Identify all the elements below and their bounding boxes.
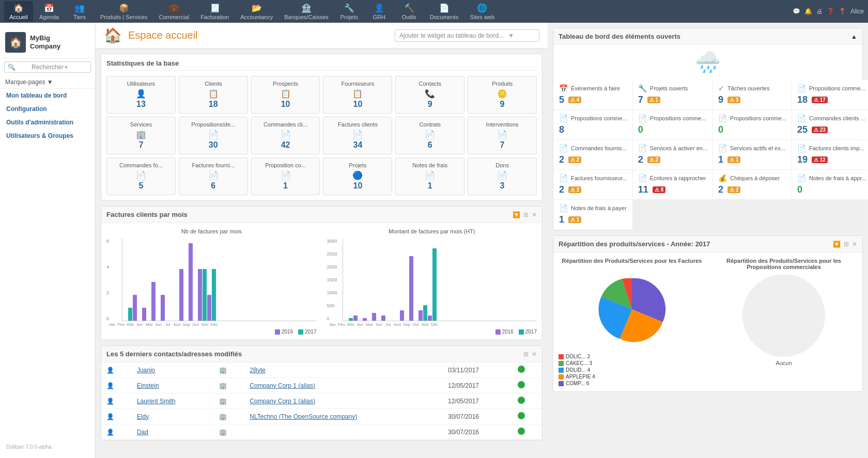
stat-card-proposition-commerciale[interactable]: Proposition co... 📄 1 <box>251 157 320 195</box>
search-box[interactable]: 🔍 Rechercher ▼ <box>4 61 91 73</box>
stat-card-interventions[interactable]: Interventions 📄 7 <box>468 117 537 154</box>
contact-name-link[interactable]: Dad <box>137 429 148 436</box>
pie-close-icon[interactable]: ✕ <box>852 241 857 248</box>
nav-projets[interactable]: 🔧 Projets <box>335 1 364 22</box>
widget-placeholder: Ajouter le widget au tableau de bord... <box>399 32 504 39</box>
nav-documents[interactable]: 📄 Documents <box>425 1 464 22</box>
logo-text: MyBigCompany <box>30 34 60 50</box>
stat-card-fournisseurs[interactable]: Fournisseurs 📋 10 <box>323 76 392 114</box>
stat-label-factures-clients: Factures clients <box>327 121 389 128</box>
sidebar-item-mon-tableau[interactable]: Mon tableau de bord <box>0 89 95 102</box>
topnav-right: 💬 🔔 🖨 ❓ 📍 Alice <box>793 8 864 15</box>
stat-card-factures-clients[interactable]: Factures clients 📄 34 <box>323 117 392 154</box>
nav-sites[interactable]: 🌐 Sites web <box>464 1 500 22</box>
dashboard-card-factures-clients-imp[interactable]: 📄 Factures clients imp... 19 ⚠ 12 <box>792 140 868 169</box>
chart-filter-icon[interactable]: 🔽 <box>513 211 520 218</box>
pie-filter-icon[interactable]: 🔽 <box>833 241 841 248</box>
amount-label-2: Mar <box>347 322 355 327</box>
stat-card-notes-frais[interactable]: Notes de frais 📄 1 <box>395 157 464 195</box>
contact-company-link[interactable]: 2Byte <box>250 367 266 374</box>
stat-card-clients[interactable]: Clients 📋 18 <box>179 76 248 114</box>
nav-facturation[interactable]: 🧾 Facturation <box>195 1 234 22</box>
card-body-propositions-4: 0 <box>718 124 786 135</box>
contact-name-link[interactable]: Eldy <box>137 413 149 420</box>
nav-accueil-label: Accueil <box>9 14 27 20</box>
nav-accueil[interactable]: 🏠 Accueil <box>4 1 33 22</box>
nav-commercial[interactable]: 💼 Commercial <box>153 1 194 22</box>
table-row: 👤 Dad 🏢 30/07/2016 <box>101 424 542 440</box>
stat-card-services[interactable]: Services 🏢 7 <box>106 117 176 154</box>
dashboard-card-factures-fournisseurs-1[interactable]: 📄 Factures fournisseur... 2 ⚠ 2 <box>554 170 632 199</box>
contact-name-link[interactable]: Einstein <box>137 382 159 389</box>
stat-card-utilisateurs[interactable]: Utilisateurs 👤 13 <box>106 76 176 114</box>
nav-tiers[interactable]: 👥 Tiers <box>65 1 94 22</box>
card-header-propositions-3: 📄 Propositions comme... <box>638 114 707 122</box>
user-avatar[interactable]: 📍 <box>839 8 846 15</box>
nav-accountancy[interactable]: 📂 Accountancy <box>235 1 278 22</box>
dashboard-collapse-icon[interactable]: ▲ <box>851 33 857 40</box>
nav-agenda[interactable]: 📅 Agenda <box>34 1 64 22</box>
dashboard-card-propositions-3[interactable]: 📄 Propositions comme... 0 <box>633 110 712 139</box>
stat-card-factures-fournisseurs[interactable]: Factures fourni... 📄 6 <box>179 157 248 195</box>
nav-outils[interactable]: 🔨 Outils <box>395 1 424 22</box>
pie-grid-icon[interactable]: ⊞ <box>844 241 849 248</box>
dashboard-card-notes-frais-payer[interactable]: 📄 Notes de frais à payer 1 ⚠ 1 <box>554 200 632 229</box>
contact-company-link[interactable]: Company Corp 1 (alias) <box>250 398 315 405</box>
dashboard-card-propositions-1[interactable]: 📄 Propositions comme... 18 ⚠ 17 <box>792 80 868 109</box>
nav-produits[interactable]: 📦 Produits | Services <box>95 1 153 22</box>
sidebar-item-outils-admin[interactable]: Outils d'administration <box>0 116 95 129</box>
card-title-propositions-4: Propositions comme... <box>730 115 786 121</box>
contact-name-link[interactable]: Laurent Smith <box>137 398 176 405</box>
dashboard-card-propositions-4[interactable]: 📄 Propositions comme... 0 <box>713 110 792 139</box>
stat-label-clients: Clients <box>182 81 244 87</box>
dashboard-card-propositions-2[interactable]: 📄 Propositions comme... 8 <box>554 110 632 139</box>
contacts-grid-icon[interactable]: ⊞ <box>523 351 529 358</box>
card-title-cheques: Chèques à déposer <box>730 175 786 181</box>
print-icon[interactable]: 🖨 <box>816 8 823 15</box>
stat-card-commandes-fournisseurs[interactable]: Commandes fo... 📄 5 <box>106 157 176 195</box>
stat-card-contacts[interactable]: Contacts 📞 9 <box>395 76 464 114</box>
contact-company-cell: 2Byte <box>244 362 443 378</box>
stat-card-commandes-clients[interactable]: Commandes cli... 📄 42 <box>251 117 320 154</box>
facturation-icon: 🧾 <box>210 3 220 13</box>
contact-name-link[interactable]: Juanjo <box>137 367 155 374</box>
contact-icon-cell: 👤 <box>101 409 132 424</box>
sidebar-item-configuration[interactable]: Configuration <box>0 102 95 116</box>
stat-card-projets[interactable]: Projets 🔵 10 <box>323 157 392 195</box>
nav-banques[interactable]: 🏦 Banques/Caisses <box>279 1 334 22</box>
stat-card-prospects[interactable]: Prospects 📋 10 <box>251 76 320 114</box>
alert-badge-services-activer: ⚠ 2 <box>647 156 660 163</box>
stat-card-dons[interactable]: Dons 📄 3 <box>468 157 537 195</box>
chart-close-icon[interactable]: ✕ <box>532 211 537 218</box>
stat-card-produits[interactable]: Produits 🪙 9 <box>468 76 537 114</box>
username[interactable]: Alice <box>850 8 864 15</box>
chart-grid-icon[interactable]: ⊞ <box>523 211 529 218</box>
sidebar-item-utilisateurs[interactable]: Utilisateurs & Groupes <box>0 129 95 143</box>
bookmarks-section[interactable]: Marque-pages ▼ <box>0 76 95 89</box>
widget-dropdown[interactable]: Ajouter le widget au tableau de bord... … <box>395 29 539 42</box>
bell-icon[interactable]: 🔔 <box>804 8 812 15</box>
dashboard-card-evenements[interactable]: 📅 Événements à faire 5 ⚠ 4 <box>554 80 632 109</box>
dashboard-card-commandes-fournisseurs-1[interactable]: 📄 Commandes fournis... 2 ⚠ 2 <box>554 140 632 169</box>
amount-legend-2017-label: 2017 <box>525 329 537 335</box>
dashboard-card-commandes-clients-1[interactable]: 📄 Commandes clients ... 25 ⚠ 23 <box>792 110 868 139</box>
amount-label-5: Jun <box>375 322 383 327</box>
nav-grh[interactable]: 👤 GRH <box>365 1 394 22</box>
dashboard-card-services-actifs[interactable]: 📄 Services actifs et ex... 1 ⚠ 1 <box>713 140 792 169</box>
dashboard-card-taches[interactable]: ✓ Tâches ouvertes 9 ⚠ 3 <box>713 80 792 109</box>
amount-chart-outer: 3000 2500 2000 1500 1000 500 0 <box>327 239 537 321</box>
contacts-close-icon[interactable]: ✕ <box>532 351 537 358</box>
help-icon[interactable]: ❓ <box>827 8 834 15</box>
dashboard-card-notes-frais-1[interactable]: 📄 Notes de frais à appr... 0 <box>792 170 868 199</box>
dashboard-card-ecritures[interactable]: 📄 Écritures à rapprocher 11 ⚠ 8 <box>633 170 712 199</box>
card-body-factures-clients-imp: 19 ⚠ 12 <box>797 154 866 165</box>
contact-company-link[interactable]: NLTechno (The OpenSource company) <box>250 413 357 420</box>
stat-card-contrats[interactable]: Contrats 📄 6 <box>395 117 464 154</box>
contact-company-link[interactable]: Company Corp 1 (alias) <box>250 382 315 389</box>
dashboard-card-projets-ouverts[interactable]: 🔧 Projets ouverts 7 ⚠ 1 <box>633 80 712 109</box>
stat-card-propositions[interactable]: Propositions/de... 📄 30 <box>179 117 248 154</box>
chat-icon[interactable]: 💬 <box>793 8 800 15</box>
dashboard-card-cheques[interactable]: 💰 Chèques à déposer 2 ⚠ 2 <box>713 170 792 199</box>
contact-status-cell <box>513 409 542 424</box>
dashboard-card-services-activer[interactable]: 📄 Services à activer en... 2 ⚠ 2 <box>633 140 712 169</box>
